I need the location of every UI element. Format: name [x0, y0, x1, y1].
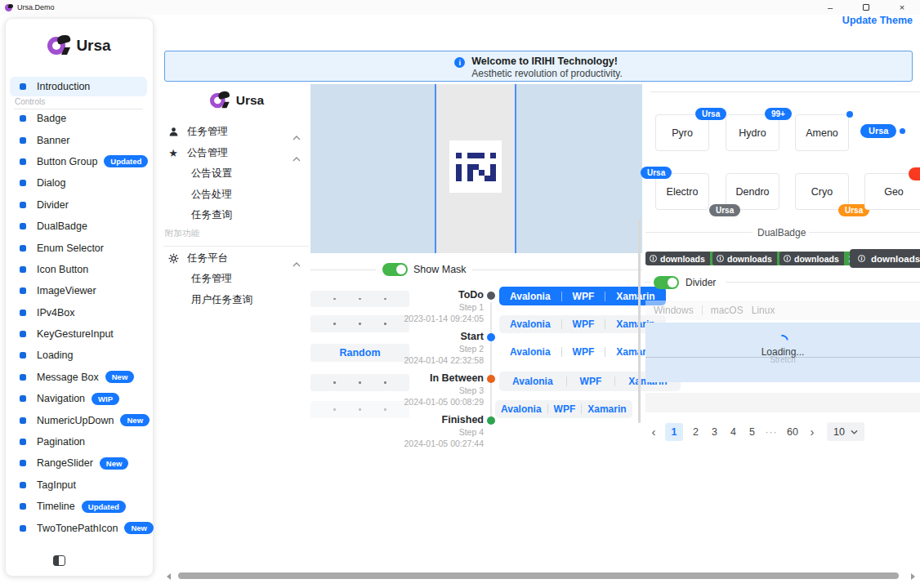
sidebar: Ursa Introduction Controls Badge Banner … [5, 18, 154, 577]
sidebar-item-pagination[interactable]: Pagination [10, 431, 150, 452]
status-badge: New [100, 457, 129, 470]
page-button[interactable]: 2 [690, 426, 702, 438]
show-mask-toggle[interactable] [382, 263, 408, 276]
info-icon [717, 255, 724, 262]
sidebar-item-badge[interactable]: Badge [10, 108, 150, 129]
sidebar-item-ipv4box[interactable]: IPv4Box [10, 302, 150, 323]
sidebar-item-imageviewer[interactable]: ImageViewer [10, 280, 150, 301]
minimize-button[interactable]: – [812, 0, 848, 15]
sidebar-item-introduction[interactable]: Introduction [10, 77, 147, 96]
button-group-compact: Avalonia WPF Xamarin [495, 400, 632, 418]
wpf-button[interactable]: WPF [567, 372, 615, 390]
sidebar-item-message-box[interactable]: Message BoxNew [10, 367, 150, 388]
horizontal-scrollbar-thumb[interactable] [178, 572, 899, 579]
menu-section-extra: 附加功能 [163, 226, 309, 239]
page-prev-button[interactable]: ‹ [649, 425, 659, 439]
tab-linux[interactable]: Linux [752, 305, 775, 316]
sidebar-item-navigation[interactable]: NavigationWIP [10, 388, 150, 409]
tab-windows[interactable]: Windows [654, 305, 694, 316]
mask-left [310, 84, 435, 253]
avalonia-button[interactable]: Avalonia [499, 343, 561, 361]
menu-item-announcement-settings[interactable]: 公告设置 [163, 163, 309, 185]
mask-guide-right[interactable] [515, 84, 516, 253]
sidebar-item-enum-selector[interactable]: Enum Selector [10, 237, 150, 258]
maximize-button[interactable] [848, 0, 884, 15]
avalonia-button[interactable]: Avalonia [495, 400, 547, 418]
dualbadge-divider-label: DualBadge [757, 227, 806, 238]
gear-icon [167, 253, 179, 264]
page-button[interactable]: 4 [727, 426, 739, 438]
bullet-icon [20, 245, 26, 252]
page-button-current[interactable]: 1 [665, 423, 683, 441]
menu-item-announcement-processing[interactable]: 公告处理 [163, 185, 309, 206]
maximize-icon [863, 4, 869, 11]
tab-macos[interactable]: macOS [711, 305, 744, 316]
sidebar-item-keygestureinput[interactable]: KeyGestureInput [10, 323, 150, 345]
sidebar-item-dualbadge[interactable]: DualBadge [10, 216, 150, 237]
timeline-step: Start Step 2 2024-01-04 22:32:58 [361, 331, 484, 366]
downloads-dualbadge-large: downloads 2.4k [850, 249, 920, 268]
avalonia-button[interactable]: Avalonia [499, 372, 566, 390]
sidebar-item-taginput[interactable]: TagInput [10, 474, 150, 496]
sidebar-item-icon-button[interactable]: Icon Button [10, 259, 150, 280]
info-icon [454, 57, 465, 68]
sidebar-item-twotonepathicon[interactable]: TwoTonePathIconNew [10, 517, 150, 538]
pagination: ‹ 1 2 3 4 5 ··· 60 › 10 [649, 422, 864, 441]
scroll-right-arrow[interactable] [911, 573, 915, 580]
page-button[interactable]: 60 [784, 426, 801, 438]
chevron-up-icon[interactable] [293, 150, 301, 165]
vertical-scrollbar[interactable] [638, 219, 641, 423]
page-button[interactable]: 3 [708, 426, 721, 438]
chevron-up-icon[interactable] [293, 129, 301, 144]
menu-item-user-task-query[interactable]: 用户任务查询 [163, 290, 309, 311]
xamarin-button[interactable]: Xamarin [582, 400, 632, 418]
app-window: Ursa.Demo – × Ursa Introduction Controls… [0, 0, 920, 588]
collapse-sidebar-icon[interactable] [53, 555, 65, 566]
menu-item-task-platform[interactable]: 任务平台 [163, 248, 309, 270]
update-theme-button[interactable]: Update Theme [842, 15, 913, 26]
sidebar-item-banner[interactable]: Banner [10, 129, 150, 150]
mask-guide-left[interactable] [435, 84, 436, 253]
sidebar-item-numericupdown[interactable]: NumericUpDownNew [10, 409, 150, 430]
page-button[interactable]: 5 [746, 426, 758, 438]
inner-menu-logo: Ursa [163, 90, 309, 111]
wpf-button[interactable]: WPF [562, 287, 605, 305]
divider-line [310, 270, 376, 270]
info-icon [858, 255, 865, 262]
scroll-left-arrow[interactable] [167, 573, 171, 580]
sidebar-item-rangeslider[interactable]: RangeSliderNew [10, 452, 150, 474]
menu-item-task-management-2[interactable]: 任务管理 [163, 269, 309, 290]
sidebar-item-timeline[interactable]: TimelineUpdated [10, 496, 150, 517]
empty-placeholder-bar [645, 393, 920, 412]
menu-item-task-query[interactable]: 任务查询 [163, 205, 309, 226]
image-viewer[interactable] [310, 84, 642, 253]
status-badge: Updated [82, 501, 126, 513]
status-badge: New [120, 414, 150, 426]
sidebar-item-button-group[interactable]: Button GroupUpdated [10, 151, 150, 172]
divider-toggle[interactable] [654, 276, 679, 289]
menu-item-task-management[interactable]: 任务管理 [163, 122, 309, 143]
avalonia-button[interactable]: Avalonia [499, 315, 561, 333]
sidebar-item-dialog[interactable]: Dialog [10, 172, 150, 194]
loading-panel: Stretch Loading... [645, 323, 920, 382]
button-group-light: Avalonia WPF Xamarin [499, 315, 666, 333]
avalonia-button[interactable]: Avalonia [499, 287, 561, 305]
bullet-icon [20, 158, 26, 165]
menu-item-announcement-management[interactable]: ★ 公告管理 [163, 143, 309, 164]
wpf-button[interactable]: WPF [548, 400, 582, 418]
wpf-button[interactable]: WPF [562, 315, 605, 333]
sidebar-item-divider[interactable]: Divider [10, 194, 150, 216]
chevron-up-icon[interactable] [293, 256, 301, 270]
wpf-button[interactable]: WPF [562, 343, 605, 361]
bullet-icon [20, 137, 26, 144]
bullet-icon [20, 525, 26, 532]
banner-title: Welcome to IRIHI Technology! [471, 56, 623, 68]
status-badge: Updated [104, 155, 148, 167]
page-size-select[interactable]: 10 [827, 422, 864, 441]
chevron-down-icon [851, 430, 858, 434]
sidebar-item-loading[interactable]: Loading [10, 345, 150, 366]
close-button[interactable]: × [884, 0, 920, 15]
page-next-button[interactable]: › [807, 425, 817, 439]
banner-subtitle: Aesthetic revolution of productivity. [471, 68, 623, 79]
top-divider [650, 91, 920, 92]
